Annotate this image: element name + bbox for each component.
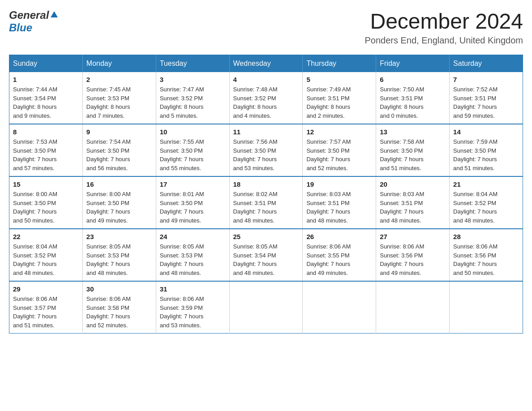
day-info: Sunrise: 7:50 AMSunset: 3:51 PMDaylight:… <box>380 85 446 120</box>
header-tuesday: Tuesday <box>156 55 229 73</box>
day-number: 22 <box>13 233 79 240</box>
day-number: 18 <box>233 180 299 188</box>
table-row: 12 Sunrise: 7:57 AMSunset: 3:50 PMDaylig… <box>303 124 376 176</box>
calendar-header-row: Sunday Monday Tuesday Wednesday Thursday… <box>9 55 523 73</box>
table-row: 25 Sunrise: 8:05 AMSunset: 3:54 PMDaylig… <box>229 229 303 281</box>
day-info: Sunrise: 8:06 AMSunset: 3:59 PMDaylight:… <box>160 295 226 330</box>
day-info: Sunrise: 8:03 AMSunset: 3:51 PMDaylight:… <box>306 190 372 225</box>
logo-blue: Blue <box>9 21 32 34</box>
day-info: Sunrise: 8:02 AMSunset: 3:51 PMDaylight:… <box>233 190 299 225</box>
day-info: Sunrise: 7:49 AMSunset: 3:51 PMDaylight:… <box>306 85 372 120</box>
table-row: 29 Sunrise: 8:06 AMSunset: 3:57 PMDaylig… <box>9 281 83 334</box>
logo-general: General <box>9 9 49 21</box>
table-row: 11 Sunrise: 7:56 AMSunset: 3:50 PMDaylig… <box>229 124 303 176</box>
table-row: 23 Sunrise: 8:05 AMSunset: 3:53 PMDaylig… <box>82 229 156 281</box>
day-number: 29 <box>13 285 79 293</box>
day-info: Sunrise: 8:05 AMSunset: 3:54 PMDaylight:… <box>233 242 299 277</box>
calendar-table: Sunday Monday Tuesday Wednesday Thursday… <box>9 55 523 334</box>
day-number: 28 <box>453 233 519 240</box>
table-row: 13 Sunrise: 7:58 AMSunset: 3:50 PMDaylig… <box>376 124 450 176</box>
table-row: 1 Sunrise: 7:44 AMSunset: 3:54 PMDayligh… <box>9 72 83 124</box>
table-row: 10 Sunrise: 7:55 AMSunset: 3:50 PMDaylig… <box>156 124 229 176</box>
day-info: Sunrise: 8:05 AMSunset: 3:53 PMDaylight:… <box>86 242 152 277</box>
day-info: Sunrise: 7:47 AMSunset: 3:52 PMDaylight:… <box>160 85 226 120</box>
day-number: 7 <box>453 76 519 83</box>
location-subtitle: Ponders End, England, United Kingdom <box>365 35 523 46</box>
day-info: Sunrise: 7:48 AMSunset: 3:52 PMDaylight:… <box>233 85 299 120</box>
day-number: 2 <box>86 76 152 83</box>
day-info: Sunrise: 7:53 AMSunset: 3:50 PMDaylight:… <box>13 137 79 172</box>
table-row: 30 Sunrise: 8:06 AMSunset: 3:58 PMDaylig… <box>82 281 156 334</box>
table-row: 6 Sunrise: 7:50 AMSunset: 3:51 PMDayligh… <box>376 72 450 124</box>
table-row: 14 Sunrise: 7:59 AMSunset: 3:50 PMDaylig… <box>450 124 523 176</box>
day-info: Sunrise: 8:03 AMSunset: 3:51 PMDaylight:… <box>380 190 446 225</box>
day-number: 30 <box>86 285 152 293</box>
day-number: 19 <box>306 180 372 188</box>
day-number: 12 <box>306 128 372 136</box>
table-row: 15 Sunrise: 8:00 AMSunset: 3:50 PMDaylig… <box>9 176 83 229</box>
table-row: 20 Sunrise: 8:03 AMSunset: 3:51 PMDaylig… <box>376 176 450 229</box>
day-info: Sunrise: 8:04 AMSunset: 3:52 PMDaylight:… <box>13 242 79 277</box>
day-info: Sunrise: 8:06 AMSunset: 3:55 PMDaylight:… <box>306 242 372 277</box>
day-number: 5 <box>306 76 372 83</box>
header-saturday: Saturday <box>450 55 523 73</box>
day-number: 27 <box>380 233 446 240</box>
day-info: Sunrise: 7:59 AMSunset: 3:50 PMDaylight:… <box>453 137 519 172</box>
calendar-week-row: 1 Sunrise: 7:44 AMSunset: 3:54 PMDayligh… <box>9 72 523 124</box>
day-info: Sunrise: 8:04 AMSunset: 3:52 PMDaylight:… <box>453 190 519 225</box>
header-monday: Monday <box>82 55 156 73</box>
day-info: Sunrise: 7:54 AMSunset: 3:50 PMDaylight:… <box>86 137 152 172</box>
day-number: 1 <box>13 76 79 83</box>
day-number: 14 <box>453 128 519 136</box>
day-info: Sunrise: 7:45 AMSunset: 3:53 PMDaylight:… <box>86 85 152 120</box>
title-section: December 2024 Ponders End, England, Unit… <box>365 9 523 46</box>
table-row: 7 Sunrise: 7:52 AMSunset: 3:51 PMDayligh… <box>450 72 523 124</box>
calendar-week-row: 22 Sunrise: 8:04 AMSunset: 3:52 PMDaylig… <box>9 229 523 281</box>
day-info: Sunrise: 8:06 AMSunset: 3:56 PMDaylight:… <box>380 242 446 277</box>
day-number: 23 <box>86 233 152 240</box>
day-info: Sunrise: 7:55 AMSunset: 3:50 PMDaylight:… <box>160 137 226 172</box>
table-row: 16 Sunrise: 8:00 AMSunset: 3:50 PMDaylig… <box>82 176 156 229</box>
day-number: 26 <box>306 233 372 240</box>
calendar-week-row: 8 Sunrise: 7:53 AMSunset: 3:50 PMDayligh… <box>9 124 523 176</box>
day-number: 31 <box>160 285 226 293</box>
day-info: Sunrise: 8:06 AMSunset: 3:58 PMDaylight:… <box>86 295 152 330</box>
day-number: 21 <box>453 180 519 188</box>
table-row: 9 Sunrise: 7:54 AMSunset: 3:50 PMDayligh… <box>82 124 156 176</box>
day-number: 8 <box>13 128 79 136</box>
table-row: 21 Sunrise: 8:04 AMSunset: 3:52 PMDaylig… <box>450 176 523 229</box>
day-info: Sunrise: 8:06 AMSunset: 3:56 PMDaylight:… <box>453 242 519 277</box>
day-number: 16 <box>86 180 152 188</box>
table-row <box>229 281 303 334</box>
header-thursday: Thursday <box>303 55 376 73</box>
table-row: 3 Sunrise: 7:47 AMSunset: 3:52 PMDayligh… <box>156 72 229 124</box>
table-row: 24 Sunrise: 8:05 AMSunset: 3:53 PMDaylig… <box>156 229 229 281</box>
table-row <box>303 281 376 334</box>
day-info: Sunrise: 7:52 AMSunset: 3:51 PMDaylight:… <box>453 85 519 120</box>
table-row: 31 Sunrise: 8:06 AMSunset: 3:59 PMDaylig… <box>156 281 229 334</box>
day-number: 17 <box>160 180 226 188</box>
header-friday: Friday <box>376 55 450 73</box>
table-row: 26 Sunrise: 8:06 AMSunset: 3:55 PMDaylig… <box>303 229 376 281</box>
calendar-week-row: 29 Sunrise: 8:06 AMSunset: 3:57 PMDaylig… <box>9 281 523 334</box>
table-row: 2 Sunrise: 7:45 AMSunset: 3:53 PMDayligh… <box>82 72 156 124</box>
page-header: General Blue December 2024 Ponders End, … <box>9 9 523 46</box>
logo-arrow-icon <box>50 10 58 20</box>
month-title: December 2024 <box>365 9 523 34</box>
calendar-week-row: 15 Sunrise: 8:00 AMSunset: 3:50 PMDaylig… <box>9 176 523 229</box>
day-number: 6 <box>380 76 446 83</box>
day-info: Sunrise: 7:56 AMSunset: 3:50 PMDaylight:… <box>233 137 299 172</box>
table-row: 4 Sunrise: 7:48 AMSunset: 3:52 PMDayligh… <box>229 72 303 124</box>
header-sunday: Sunday <box>9 55 83 73</box>
day-info: Sunrise: 8:00 AMSunset: 3:50 PMDaylight:… <box>86 190 152 225</box>
day-number: 10 <box>160 128 226 136</box>
table-row: 28 Sunrise: 8:06 AMSunset: 3:56 PMDaylig… <box>450 229 523 281</box>
svg-marker-0 <box>51 11 58 17</box>
logo: General Blue <box>9 9 58 34</box>
day-number: 13 <box>380 128 446 136</box>
day-number: 24 <box>160 233 226 240</box>
table-row: 19 Sunrise: 8:03 AMSunset: 3:51 PMDaylig… <box>303 176 376 229</box>
day-number: 15 <box>13 180 79 188</box>
day-number: 25 <box>233 233 299 240</box>
day-number: 4 <box>233 76 299 83</box>
